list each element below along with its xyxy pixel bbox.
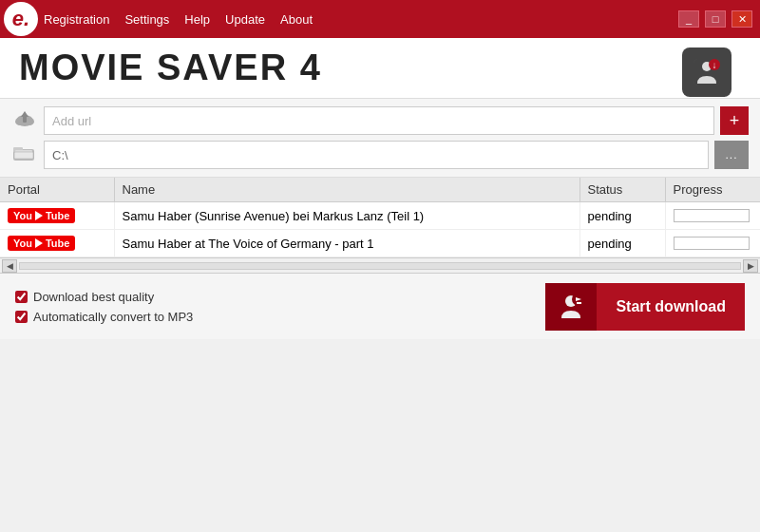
- cell-progress: [665, 230, 760, 257]
- app-icon: ↓: [682, 48, 732, 97]
- minimize-button[interactable]: _: [678, 10, 699, 28]
- maximize-button[interactable]: □: [705, 10, 726, 28]
- url-row: +: [11, 106, 749, 135]
- title-bar: e. Registration Settings Help Update Abo…: [0, 0, 760, 38]
- best-quality-option[interactable]: Download best quality: [15, 290, 193, 304]
- cell-status: pending: [580, 230, 665, 257]
- table-row: You Tube Samu Haber at The Voice of Germ…: [0, 230, 760, 257]
- convert-mp3-label: Automatically convert to MP3: [33, 310, 193, 324]
- best-quality-label: Download best quality: [33, 290, 154, 304]
- cell-name: Samu Haber at The Voice of Germany - par…: [114, 230, 580, 257]
- download-start-icon: [556, 292, 586, 322]
- scroll-right-button[interactable]: ▶: [743, 259, 758, 273]
- options-panel: Download best quality Automatically conv…: [15, 290, 193, 324]
- svg-rect-13: [14, 152, 33, 159]
- menu-about[interactable]: About: [280, 12, 313, 27]
- start-download-label: Start download: [597, 298, 745, 315]
- youtube-badge: You Tube: [8, 208, 75, 223]
- path-input[interactable]: [44, 141, 709, 169]
- convert-mp3-option[interactable]: Automatically convert to MP3: [15, 310, 193, 324]
- progress-bar: [674, 237, 750, 250]
- start-download-icon: [545, 283, 597, 331]
- scroll-left-button[interactable]: ◀: [2, 259, 17, 273]
- table-wrapper: Portal Name Status Progress You Tube Sam…: [0, 178, 760, 257]
- start-download-button[interactable]: Start download: [545, 283, 745, 331]
- bottom-bar: Download best quality Automatically conv…: [0, 273, 760, 339]
- yt-play-icon: [35, 211, 43, 220]
- title-bar-left: e. Registration Settings Help Update Abo…: [4, 2, 313, 36]
- horizontal-scrollbar[interactable]: ◀ ▶: [0, 257, 760, 273]
- cloud-icon: [11, 110, 38, 132]
- convert-mp3-checkbox[interactable]: [15, 311, 28, 323]
- col-header-status: Status: [580, 178, 665, 202]
- browse-button[interactable]: ...: [714, 141, 749, 169]
- app-title: MOVIE SAVER 4: [19, 48, 322, 88]
- menu-bar: Registration Settings Help Update About: [44, 12, 313, 27]
- header-area: MOVIE SAVER 4 ↓: [0, 38, 760, 99]
- download-table-area: Portal Name Status Progress You Tube Sam…: [0, 178, 760, 257]
- progress-bar: [674, 209, 750, 222]
- cell-name: Samu Haber (Sunrise Avenue) bei Markus L…: [114, 202, 580, 230]
- table-row: You Tube Samu Haber (Sunrise Avenue) bei…: [0, 202, 760, 230]
- window-controls: _ □ ✕: [678, 10, 752, 28]
- add-url-button[interactable]: +: [720, 106, 749, 135]
- logo-letter: e.: [12, 9, 29, 29]
- input-area: + ...: [0, 99, 760, 178]
- svg-text:↓: ↓: [712, 60, 717, 70]
- table-header-row: Portal Name Status Progress: [0, 178, 760, 202]
- cell-progress: [665, 202, 760, 230]
- scroll-track[interactable]: [19, 262, 741, 270]
- app-logo: e.: [4, 2, 38, 36]
- folder-icon: [11, 144, 38, 166]
- download-icon: ↓: [690, 55, 724, 89]
- cloud-upload-icon: [13, 110, 36, 127]
- path-row: ...: [11, 141, 749, 169]
- menu-registration[interactable]: Registration: [44, 12, 109, 27]
- col-header-portal: Portal: [0, 178, 114, 202]
- youtube-badge: You Tube: [8, 236, 75, 251]
- menu-update[interactable]: Update: [225, 12, 265, 27]
- col-header-name: Name: [114, 178, 580, 202]
- svg-marker-9: [21, 111, 28, 117]
- close-button[interactable]: ✕: [732, 10, 752, 28]
- menu-settings[interactable]: Settings: [124, 12, 169, 27]
- folder-icon: [13, 144, 36, 162]
- url-input[interactable]: [44, 106, 714, 135]
- col-header-progress: Progress: [665, 178, 760, 202]
- svg-rect-17: [577, 302, 581, 304]
- menu-help[interactable]: Help: [184, 12, 210, 27]
- yt-play-icon: [35, 238, 43, 248]
- cell-portal: You Tube: [0, 230, 114, 257]
- best-quality-checkbox[interactable]: [15, 291, 28, 303]
- cell-portal: You Tube: [0, 202, 114, 230]
- cell-status: pending: [580, 202, 665, 230]
- download-table: Portal Name Status Progress You Tube Sam…: [0, 178, 760, 257]
